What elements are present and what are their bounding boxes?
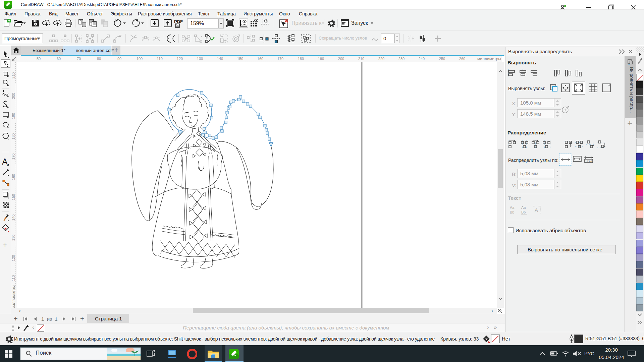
svg-text:A: A: [535, 207, 538, 213]
svg-text:Aa: Aa: [521, 205, 526, 209]
svg-text:Bb: Bb: [521, 210, 526, 214]
svg-text:Aa: Aa: [510, 205, 515, 209]
svg-text:Bb: Bb: [510, 210, 514, 214]
svg-text:123.0: 123.0: [585, 160, 592, 163]
